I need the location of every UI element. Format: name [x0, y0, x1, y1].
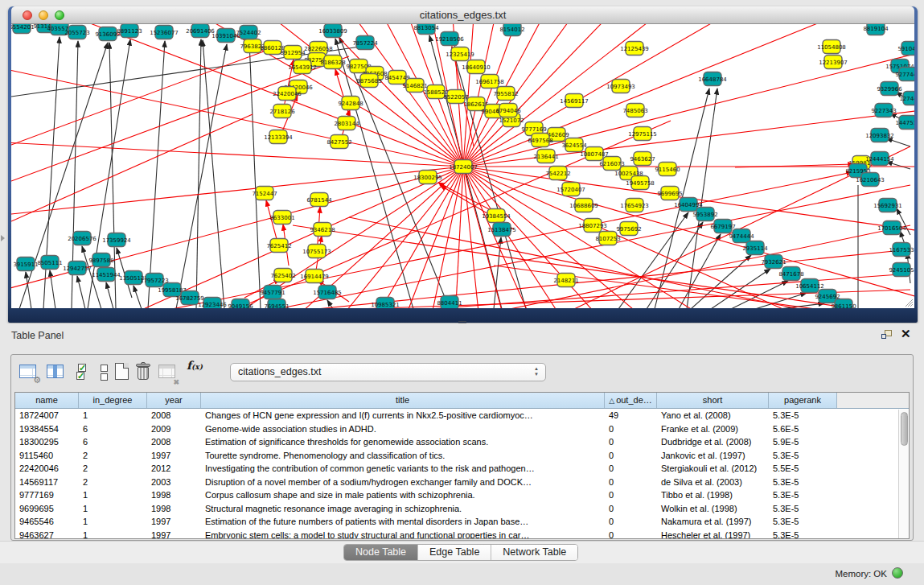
- graph-edge[interactable]: [176, 44, 227, 308]
- graph-edge[interactable]: [463, 24, 914, 167]
- window-titlebar[interactable]: citations_edges.txt: [11, 6, 914, 24]
- new-table-icon[interactable]: [113, 362, 133, 383]
- table-row[interactable]: 977716911998Corpus callosum shape and si…: [15, 488, 909, 502]
- table-panel-title: Table Panel: [11, 330, 64, 341]
- table-row[interactable]: 946554611997Estimation of the future num…: [15, 515, 909, 529]
- graph-edge[interactable]: [463, 24, 914, 167]
- table-selector-dropdown[interactable]: citations_edges.txt ▲▼: [230, 363, 546, 381]
- graph-edge[interactable]: [463, 167, 914, 308]
- graph-node-label: 7485063: [622, 108, 647, 114]
- graph-edge[interactable]: [463, 167, 914, 308]
- graph-edge[interactable]: [196, 39, 201, 308]
- table-row[interactable]: 2242004622012Investigating the contribut…: [15, 462, 909, 476]
- graph-edge[interactable]: [11, 24, 463, 167]
- table-cell: 6: [79, 422, 147, 436]
- tab-network-table[interactable]: Network Table: [491, 545, 577, 560]
- graph-edge[interactable]: [327, 300, 333, 308]
- table-row[interactable]: 1938455462009Genome-wide association stu…: [15, 422, 909, 436]
- graph-edge[interactable]: [463, 167, 914, 301]
- graph-edge[interactable]: [463, 24, 914, 167]
- column-header-pagerank[interactable]: pagerank: [769, 393, 837, 408]
- graph-node-label: 19384554: [482, 213, 511, 220]
- column-header-indegree[interactable]: in_degree: [79, 393, 147, 408]
- graph-node-label: 10755173: [302, 249, 331, 255]
- graph-edge[interactable]: [133, 286, 142, 308]
- select-all-icon[interactable]: ✓✓: [73, 362, 94, 383]
- table-cell: 5.3E-5: [769, 409, 837, 422]
- table-row[interactable]: 946362711997Embryonic stem cells: a mode…: [15, 529, 909, 540]
- graph-edge[interactable]: [11, 24, 463, 167]
- table-cell: 9115460: [15, 449, 79, 463]
- column-header-short[interactable]: short: [657, 393, 769, 408]
- column-header-title[interactable]: title: [201, 393, 605, 408]
- graph-edge[interactable]: [77, 276, 85, 308]
- dropdown-stepper-icon: ▲▼: [534, 366, 539, 377]
- graph-node-label: 9242848: [338, 101, 363, 107]
- delete-rows-icon[interactable]: [133, 362, 154, 383]
- graph-edge[interactable]: [886, 138, 910, 146]
- graph-edge[interactable]: [11, 116, 463, 167]
- close-panel-icon[interactable]: ✕: [901, 327, 911, 341]
- graph-edge[interactable]: [26, 272, 31, 308]
- table-cell: Structural magnetic resonance image aver…: [201, 502, 605, 516]
- graph-edge[interactable]: [148, 41, 165, 308]
- scrollbar-thumb[interactable]: [901, 412, 908, 446]
- table-cell: 19384554: [15, 422, 79, 436]
- table-cell: 1998: [147, 488, 201, 502]
- table-scrollbar[interactable]: [898, 410, 909, 539]
- column-header-outde[interactable]: △out_de…: [605, 393, 657, 408]
- table-row[interactable]: 911546021997Tourette syndrome. Phenomeno…: [15, 449, 909, 463]
- table-row[interactable]: 969969511998Structural magnetic resonanc…: [15, 502, 909, 516]
- sort-ascending-icon: △: [609, 397, 614, 405]
- table-row[interactable]: 1456911722003Disruption of a novel membe…: [15, 476, 909, 489]
- graph-edge[interactable]: [463, 167, 914, 308]
- graph-edge[interactable]: [11, 24, 463, 167]
- graph-edge[interactable]: [11, 24, 463, 167]
- node-table[interactable]: namein_degreeyeartitle△out_de…shortpager…: [14, 392, 910, 539]
- tab-node-table[interactable]: Node Table: [344, 545, 418, 560]
- graph-edge[interactable]: [463, 24, 914, 167]
- graph-edge[interactable]: [463, 167, 564, 308]
- column-select-icon[interactable]: [46, 362, 67, 383]
- tab-edge-table[interactable]: Edge Table: [418, 545, 491, 560]
- graph-edge[interactable]: [203, 40, 224, 308]
- table-settings-icon[interactable]: ⚙: [18, 362, 39, 383]
- panel-collapse-arrow-icon[interactable]: [1, 235, 5, 241]
- table-body[interactable]: 1872400712008Changes of HCN gene express…: [15, 409, 909, 539]
- resize-grip[interactable]: [904, 298, 914, 307]
- graph-node-label: 6554201: [11, 24, 35, 31]
- graph-edge[interactable]: [463, 49, 914, 167]
- graph-node-label: 18807293: [578, 223, 607, 229]
- graph-edge[interactable]: [463, 24, 914, 167]
- column-header-name[interactable]: name: [15, 393, 79, 408]
- graph-edge[interactable]: [11, 24, 463, 167]
- network-canvas[interactable]: 1872400718300295193845541521072977716974…: [11, 24, 914, 308]
- citation-network-graph[interactable]: 1872400718300295193845541521072977716974…: [11, 24, 914, 308]
- graph-edge[interactable]: [463, 167, 914, 308]
- graph-edge[interactable]: [463, 24, 914, 167]
- graph-node-label: 1521072: [499, 117, 524, 124]
- graph-edge[interactable]: [463, 167, 914, 308]
- graph-edge[interactable]: [11, 167, 463, 267]
- delete-table-icon[interactable]: ✖: [158, 362, 179, 383]
- graph-edge[interactable]: [11, 24, 463, 167]
- graph-edge[interactable]: [263, 167, 463, 308]
- column-header-year[interactable]: year: [147, 393, 201, 408]
- memory-status-icon[interactable]: [892, 567, 903, 579]
- graph-edge[interactable]: [11, 47, 277, 145]
- function-builder-icon[interactable]: f(x): [187, 359, 203, 372]
- table-row[interactable]: 1872400712008Changes of HCN gene express…: [15, 409, 909, 422]
- graph-edge[interactable]: [11, 56, 349, 181]
- graph-node-label: 8633001: [269, 215, 294, 221]
- graph-edge[interactable]: [463, 167, 914, 308]
- table-cell: Changes of HCN gene expression and I(f) …: [201, 409, 605, 422]
- table-cell: 1: [79, 515, 147, 529]
- graph-edge[interactable]: [249, 41, 261, 308]
- graph-edge[interactable]: [106, 282, 113, 308]
- graph-edge[interactable]: [11, 24, 463, 167]
- table-header-row[interactable]: namein_degreeyeartitle△out_de…shortpager…: [15, 393, 909, 409]
- float-panel-icon[interactable]: [881, 330, 893, 340]
- graph-edge[interactable]: [886, 162, 910, 169]
- graph-edge[interactable]: [463, 24, 914, 167]
- table-row[interactable]: 1830029562008Estimation of significance …: [15, 435, 909, 449]
